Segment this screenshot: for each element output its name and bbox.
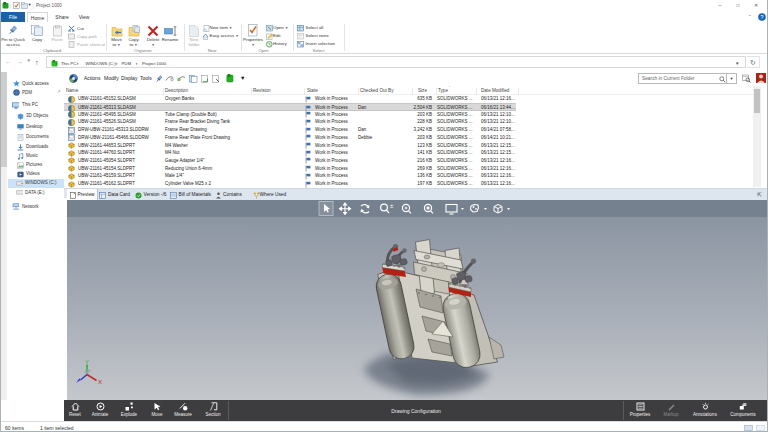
svg-text:Y: Y bbox=[85, 358, 89, 364]
svg-text:±: ± bbox=[390, 203, 394, 209]
svg-text:X: X bbox=[98, 378, 102, 384]
